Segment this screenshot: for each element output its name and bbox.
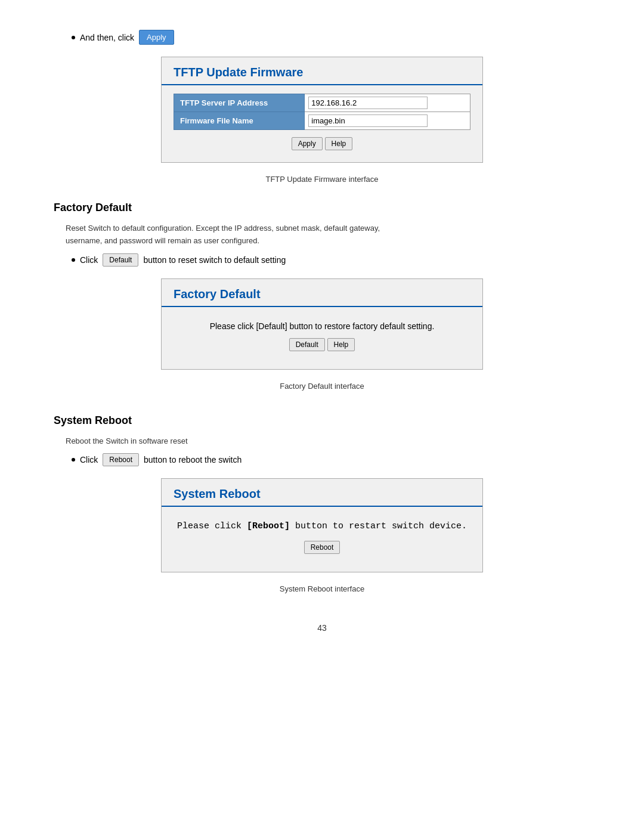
factory-default-button-inline[interactable]: Default	[103, 253, 138, 267]
tftp-form-buttons: Apply Help	[162, 137, 482, 150]
bullet-dot	[72, 36, 75, 39]
reboot-desc-bold: [Reboot]	[247, 521, 290, 531]
tftp-filename-cell	[305, 112, 470, 130]
reboot-section-header: System Reboot	[54, 414, 590, 427]
factory-interface-content: Please click [Default] button to restore…	[162, 315, 482, 357]
reboot-desc-prefix: Please click	[177, 521, 247, 531]
reboot-click-text: Click	[80, 455, 98, 465]
reboot-bullet: Click Reboot button to reboot the switch	[72, 453, 590, 466]
reboot-bullet-suffix: button to reboot the switch	[144, 455, 242, 465]
tftp-ip-label: TFTP Server IP Address	[174, 94, 305, 112]
tftp-ip-input[interactable]	[308, 97, 428, 109]
factory-help-button[interactable]: Help	[327, 338, 355, 351]
reboot-button[interactable]: Reboot	[304, 541, 340, 554]
factory-section-header: Factory Default	[54, 202, 590, 214]
factory-bullet-suffix: button to reset switch to default settin…	[143, 255, 286, 265]
bullet-dot-reboot	[72, 458, 75, 462]
tftp-filename-input[interactable]	[308, 114, 428, 127]
factory-desc-line1: Reset Switch to default configuration. E…	[66, 224, 380, 233]
page-content: And then, click Apply TFTP Update Firmwa…	[54, 30, 590, 633]
factory-interface-box: Factory Default Please click [Default] b…	[161, 278, 483, 370]
factory-default-button[interactable]: Default	[289, 338, 325, 351]
bullet-dot-factory	[72, 258, 75, 262]
tftp-interface-box: TFTP Update Firmware TFTP Server IP Addr…	[161, 57, 483, 163]
reboot-desc: Reboot the Switch in software reset	[66, 435, 590, 448]
reboot-interface-box: System Reboot Please click [Reboot] butt…	[161, 478, 483, 572]
tftp-caption: TFTP Update Firmware interface	[54, 175, 590, 184]
factory-desc-line2: username, and password will remain as us…	[66, 236, 259, 245]
reboot-interface-content: Please click [Reboot] button to restart …	[162, 515, 482, 560]
tftp-filename-label: Firmware File Name	[174, 112, 305, 130]
factory-interface-buttons: Default Help	[174, 338, 470, 351]
reboot-interface-desc: Please click [Reboot] button to restart …	[174, 521, 470, 531]
table-row: Firmware File Name	[174, 112, 470, 130]
reboot-caption: System Reboot interface	[54, 584, 590, 593]
tftp-title: TFTP Update Firmware	[162, 57, 482, 85]
tftp-ip-cell	[305, 94, 470, 112]
reboot-button-inline[interactable]: Reboot	[103, 453, 139, 466]
tftp-apply-button[interactable]: Apply	[292, 137, 323, 150]
tftp-help-button[interactable]: Help	[325, 137, 353, 150]
factory-click-text: Click	[80, 255, 98, 265]
reboot-desc-suffix: button to restart switch device.	[290, 521, 467, 531]
factory-desc: Reset Switch to default configuration. E…	[66, 222, 590, 247]
factory-interface-desc: Please click [Default] button to restore…	[174, 321, 470, 331]
table-row: TFTP Server IP Address	[174, 94, 470, 112]
intro-bullet: And then, click Apply	[72, 30, 590, 45]
page-number: 43	[54, 623, 590, 633]
reboot-interface-title: System Reboot	[162, 479, 482, 507]
intro-bullet-text: And then, click	[80, 33, 134, 42]
factory-interface-title: Factory Default	[162, 279, 482, 307]
tftp-form-table: TFTP Server IP Address Firmware File Nam…	[174, 94, 470, 130]
factory-bullet: Click Default button to reset switch to …	[72, 253, 590, 267]
factory-caption: Factory Default interface	[54, 382, 590, 391]
apply-button-intro[interactable]: Apply	[139, 30, 174, 45]
